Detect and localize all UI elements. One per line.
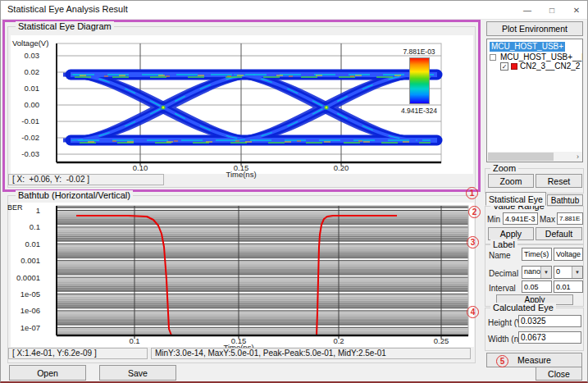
save-button[interactable]: Save: [99, 365, 176, 381]
window-title: Statistical Eye Analysis Result: [7, 4, 128, 14]
tab-bathtub[interactable]: Bathtub: [547, 194, 583, 206]
tree-item-root[interactable]: MCU_HOST_USB+: [490, 42, 565, 52]
bathtub-y-tick: 0.01: [12, 239, 40, 248]
eye-y-tick: -0.02: [7, 133, 39, 142]
chevron-down-icon[interactable]: ▼: [540, 267, 551, 278]
bathtub-cursor-status: [ X:1.4e-01, Y:6.2e-09 ]: [8, 348, 148, 359]
decimal-label: Decimal: [489, 269, 518, 278]
name-voltage-input[interactable]: [554, 248, 583, 261]
annotation-circle-2: 2: [468, 206, 481, 218]
name-time-input[interactable]: [522, 248, 552, 261]
tree-item-child[interactable]: MCU_HOST_USB+__MCU_HO: [500, 52, 583, 62]
plot-environment-button[interactable]: Plot Environment: [486, 21, 583, 36]
eye-y-tick: 0.01: [7, 84, 39, 93]
value-range-apply-button[interactable]: Apply: [488, 227, 534, 240]
eye-y-tick: 0.00: [7, 100, 39, 109]
decimal-voltage-select[interactable]: 0 ▼: [554, 266, 583, 279]
eye-x-axis-label: Time(ns): [217, 170, 266, 179]
bathtub-y-tick: 1e-05: [12, 290, 40, 299]
eye-y-axis-label: Voltage(V): [12, 39, 48, 48]
tree-item-leaf[interactable]: CN2_3__CN2_2: [520, 62, 580, 71]
minimize-icon[interactable]: —: [515, 1, 540, 19]
close-icon[interactable]: ✕: [564, 1, 588, 19]
max-value-input[interactable]: [557, 212, 583, 225]
colorbar-max-label: 7.881E-03: [386, 48, 452, 56]
close-button[interactable]: Close: [536, 367, 582, 381]
value-range-default-button[interactable]: Default: [536, 227, 582, 240]
annotation-circle-3: 3: [467, 236, 479, 248]
interval-label: Interval: [489, 284, 516, 293]
reset-button[interactable]: Reset: [536, 174, 582, 188]
annotation-circle-1: 1: [466, 187, 478, 199]
bathtub-y-tick: 0.001: [12, 256, 40, 265]
tree-hscrollbar[interactable]: ›: [488, 152, 583, 162]
tree-hscrollbar-thumb[interactable]: [488, 153, 554, 161]
eye-y-tick: 0.02: [7, 67, 39, 76]
calculated-eye-group-title: Calculated Eye: [490, 303, 556, 312]
tree-checkbox-checked[interactable]: ✓: [500, 62, 508, 71]
bathtub-x-tick: 0.1: [118, 336, 151, 345]
eye-width-value: [518, 331, 581, 344]
min-label: Min: [487, 215, 500, 224]
calculated-eye-group: [485, 308, 584, 351]
bathtub-x-tick: 0.25: [425, 336, 458, 345]
interval-time-input[interactable]: [522, 280, 552, 293]
name-label: Name: [489, 251, 511, 260]
eye-x-tick: 0.20: [325, 163, 358, 172]
tree-expander-icon[interactable]: [490, 54, 496, 61]
bathtub-y-tick: 0.0001: [12, 273, 40, 282]
eye-y-tick: -0.03: [7, 149, 39, 158]
bathtub-canvas[interactable]: [55, 203, 473, 339]
eye-x-tick: 0.10: [124, 163, 157, 172]
eye-y-tick: -0.01: [7, 116, 39, 125]
zoom-group-title: Zoom: [490, 163, 518, 173]
annotation-circle-5: 5: [496, 355, 508, 367]
statistical-eye-analysis-window: Statistical Eye Analysis Result — □ ✕ St…: [0, 0, 588, 383]
bathtub-x-tick: 0.2: [322, 336, 355, 345]
colorbar-min-label: 4.941E-324: [385, 107, 454, 115]
eye-cursor-status: [ X: +0.06, Y: -0.02 ]: [8, 174, 164, 185]
tree-color-swatch: [511, 63, 517, 70]
bathtub-y-tick: 1e-07: [12, 323, 40, 332]
bathtub-group-title: Bathtub (Horizontal/Vertical): [16, 190, 133, 200]
eye-diagram-canvas[interactable]: [55, 40, 444, 166]
eye-y-tick: 0.03: [7, 51, 39, 60]
open-button[interactable]: Open: [9, 365, 86, 381]
bathtub-y-tick: 0.1: [12, 222, 40, 231]
maximize-icon[interactable]: □: [540, 1, 564, 19]
bathtub-stats-status: MinY:3.0e-14, MaxY:5.0e-01, Peak-Peak:5.…: [151, 348, 471, 359]
eye-diagram-group-title: Statistical Eye Diagram: [16, 21, 114, 31]
decimal-time-value: nano: [524, 267, 540, 276]
decimal-time-select[interactable]: nano ▼: [522, 266, 552, 279]
eye-height-value: [518, 315, 581, 327]
bathtub-gridlines: [57, 206, 468, 335]
annotation-circle-4: 4: [467, 306, 479, 318]
min-value-input[interactable]: [503, 212, 538, 225]
bathtub-y-tick: 1: [12, 206, 40, 215]
label-group-title: Label: [490, 239, 517, 249]
title-bar: Statistical Eye Analysis Result — □ ✕: [1, 1, 587, 20]
colorbar: [409, 57, 430, 104]
interval-voltage-input[interactable]: [554, 280, 583, 293]
max-label: Max: [540, 215, 555, 224]
tab-statistical-eye[interactable]: Statistical Eye: [485, 192, 546, 206]
decimal-voltage-value: 0: [556, 267, 560, 276]
signal-tree[interactable]: MCU_HOST_USB+ MCU_HOST_USB+__MCU_HO ✓ CN…: [486, 39, 583, 162]
scroll-right-icon[interactable]: ›: [572, 152, 583, 162]
bathtub-y-tick: 1e-06: [12, 306, 40, 315]
chevron-down-icon[interactable]: ▼: [572, 267, 582, 278]
zoom-button[interactable]: Zoom: [488, 174, 534, 188]
